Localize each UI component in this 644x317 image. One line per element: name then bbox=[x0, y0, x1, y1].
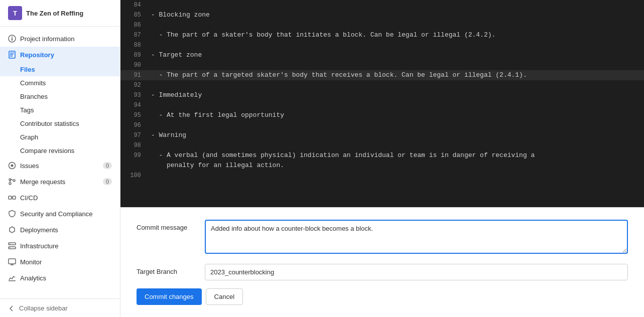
deployments-icon bbox=[8, 226, 16, 234]
commit-changes-button[interactable]: Commit changes bbox=[137, 288, 202, 305]
code-line: 97- Warning bbox=[120, 130, 644, 140]
sidebar-sub-item-files[interactable]: Files bbox=[0, 63, 120, 76]
svg-rect-19 bbox=[9, 280, 16, 281]
sidebar-sub-item-compare-revisions[interactable]: Compare revisions bbox=[0, 144, 120, 157]
sidebar-item-project-information[interactable]: Project information bbox=[0, 31, 120, 47]
line-content: - Warning bbox=[147, 130, 644, 140]
commit-message-textarea[interactable] bbox=[205, 220, 628, 254]
sidebar-item-cicd[interactable]: CI/CD bbox=[0, 190, 120, 206]
repo-icon bbox=[8, 51, 16, 59]
sidebar-nav: Project information Repository Files Com… bbox=[0, 27, 120, 298]
target-branch-row: Target Branch bbox=[137, 264, 628, 280]
sidebar-sub-item-branches[interactable]: Branches bbox=[0, 90, 120, 103]
sidebar-item-deployments-label: Deployments bbox=[20, 226, 58, 234]
chevron-left-icon bbox=[8, 304, 15, 312]
line-number: 90 bbox=[120, 60, 147, 70]
merge-icon bbox=[8, 178, 16, 186]
line-content: - Target zone bbox=[147, 50, 644, 60]
line-number: 98 bbox=[120, 140, 147, 150]
security-icon bbox=[8, 210, 16, 218]
line-number bbox=[120, 161, 147, 171]
line-content bbox=[147, 0, 644, 10]
sidebar-sub-item-branches-label: Branches bbox=[20, 93, 48, 100]
sidebar-sub-item-graph-label: Graph bbox=[20, 133, 38, 141]
sidebar-item-security-label: Security and Compliance bbox=[20, 210, 93, 218]
line-number: 100 bbox=[120, 171, 147, 181]
merge-requests-badge: 0 bbox=[103, 178, 112, 185]
sidebar-sub-item-contributor-statistics-label: Contributor statistics bbox=[20, 120, 79, 127]
sidebar-sub-item-graph[interactable]: Graph bbox=[0, 130, 120, 144]
infrastructure-icon bbox=[8, 242, 16, 250]
code-line: 96 bbox=[120, 120, 644, 130]
collapse-sidebar-button[interactable]: Collapse sidebar bbox=[0, 298, 120, 317]
svg-rect-1 bbox=[12, 38, 13, 41]
svg-rect-2 bbox=[12, 37, 13, 38]
sidebar-item-analytics[interactable]: Analytics bbox=[0, 270, 120, 286]
svg-point-11 bbox=[13, 180, 15, 182]
sidebar-sub-item-tags[interactable]: Tags bbox=[0, 103, 120, 117]
svg-point-10 bbox=[9, 183, 11, 185]
code-line: 93- Immediately bbox=[120, 90, 644, 100]
sidebar-item-deployments[interactable]: Deployments bbox=[0, 222, 120, 238]
issues-badge: 0 bbox=[103, 162, 112, 169]
svg-point-16 bbox=[10, 243, 11, 244]
info-icon bbox=[8, 35, 16, 43]
code-line: 88 bbox=[120, 40, 644, 50]
code-line: 95 - At the first legal opportunity bbox=[120, 110, 644, 120]
line-number: 85 bbox=[120, 10, 147, 20]
code-viewer[interactable]: 8485- Blocking zone8687 - The part of a … bbox=[120, 0, 644, 207]
line-number: 89 bbox=[120, 50, 147, 60]
code-line: 89- Target zone bbox=[120, 50, 644, 60]
code-line: 92 bbox=[120, 80, 644, 90]
code-line: 98 bbox=[120, 140, 644, 150]
code-line: 84 bbox=[120, 0, 644, 10]
line-content bbox=[147, 100, 644, 110]
sidebar-sub-item-compare-revisions-label: Compare revisions bbox=[20, 147, 74, 154]
code-line: 87 - The part of a skater's body that in… bbox=[120, 30, 644, 40]
sidebar-item-repository[interactable]: Repository bbox=[0, 47, 120, 63]
sidebar-item-monitor[interactable]: Monitor bbox=[0, 254, 120, 270]
commit-form: Commit message Target Branch Commit chan… bbox=[120, 207, 644, 317]
code-line: 99 - A verbal (and sometimes physical) i… bbox=[120, 150, 644, 161]
code-line: 91 - The part of a targeted skater's bod… bbox=[120, 70, 644, 80]
avatar: T bbox=[8, 6, 22, 20]
sidebar-sub-item-contributor-statistics[interactable]: Contributor statistics bbox=[0, 117, 120, 130]
svg-point-17 bbox=[10, 247, 11, 248]
sidebar-item-merge-requests[interactable]: Merge requests 0 bbox=[0, 174, 120, 190]
code-line: 90 bbox=[120, 60, 644, 70]
sidebar-item-infrastructure[interactable]: Infrastructure bbox=[0, 238, 120, 254]
line-content: penalty for an illegal action. bbox=[147, 161, 644, 171]
sidebar-item-merge-requests-label: Merge requests bbox=[20, 178, 65, 186]
code-line: penalty for an illegal action. bbox=[120, 161, 644, 171]
sidebar-item-security-compliance[interactable]: Security and Compliance bbox=[0, 206, 120, 222]
line-content: - A verbal (and sometimes physical) indi… bbox=[147, 150, 644, 161]
line-content bbox=[147, 40, 644, 50]
commit-message-row: Commit message bbox=[137, 220, 628, 256]
svg-rect-5 bbox=[10, 54, 13, 55]
sidebar-item-repository-label: Repository bbox=[20, 51, 54, 59]
code-table: 8485- Blocking zone8687 - The part of a … bbox=[120, 0, 644, 181]
line-number: 96 bbox=[120, 120, 147, 130]
sidebar-sub-item-tags-label: Tags bbox=[20, 106, 34, 114]
line-content: - At the first legal opportunity bbox=[147, 110, 644, 120]
sidebar-sub-item-commits-label: Commits bbox=[20, 79, 46, 87]
line-content: - Blocking zone bbox=[147, 10, 644, 20]
code-line: 100 bbox=[120, 171, 644, 181]
target-branch-input[interactable] bbox=[205, 264, 628, 280]
sidebar-sub-item-files-label: Files bbox=[20, 66, 35, 73]
target-branch-input-wrap bbox=[205, 264, 628, 280]
sidebar: T The Zen of Reffing Project information bbox=[0, 0, 120, 317]
code-line: 86 bbox=[120, 20, 644, 30]
cancel-button[interactable]: Cancel bbox=[206, 288, 243, 305]
line-content bbox=[147, 140, 644, 150]
svg-rect-6 bbox=[10, 56, 13, 57]
sidebar-header: T The Zen of Reffing bbox=[0, 0, 120, 27]
line-content bbox=[147, 60, 644, 70]
sidebar-item-issues[interactable]: Issues 0 bbox=[0, 157, 120, 174]
sidebar-sub-item-commits[interactable]: Commits bbox=[0, 76, 120, 90]
line-content: - Immediately bbox=[147, 90, 644, 100]
line-number: 91 bbox=[120, 70, 147, 80]
line-content bbox=[147, 171, 644, 181]
cicd-icon bbox=[8, 194, 16, 202]
line-number: 84 bbox=[120, 0, 147, 10]
